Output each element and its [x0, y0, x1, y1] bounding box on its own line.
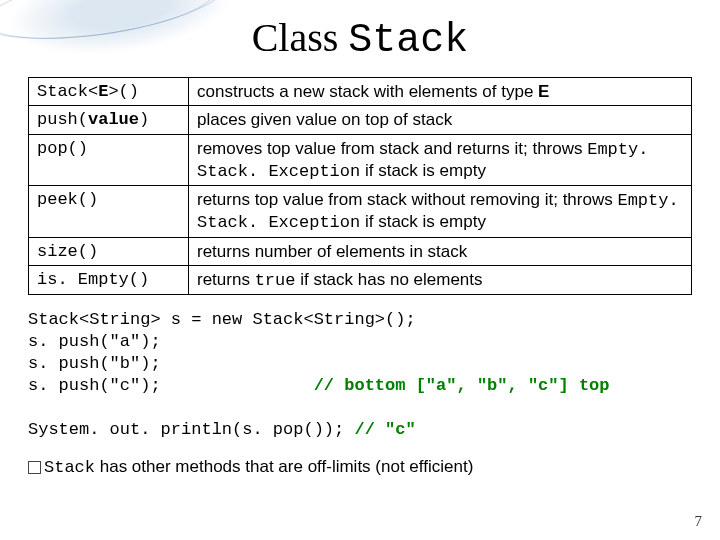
- slide-title: Class Stack: [0, 0, 720, 73]
- checkbox-icon: [28, 461, 41, 474]
- table-row: is. Empty() returns true if stack has no…: [29, 265, 692, 294]
- table-row: pop() removes top value from stack and r…: [29, 134, 692, 186]
- table-row: peek() returns top value from stack with…: [29, 186, 692, 238]
- title-mono: Stack: [348, 18, 468, 63]
- code-example: Stack<String> s = new Stack<String>(); s…: [28, 309, 692, 442]
- footnote: Stack has other methods that are off-lim…: [28, 456, 692, 479]
- page-number: 7: [695, 513, 703, 530]
- table-row: push(value) places given value on top of…: [29, 106, 692, 134]
- table-row: size() returns number of elements in sta…: [29, 237, 692, 265]
- api-table: Stack<E>() constructs a new stack with e…: [28, 77, 692, 295]
- table-row: Stack<E>() constructs a new stack with e…: [29, 78, 692, 106]
- title-prefix: Class: [252, 15, 349, 60]
